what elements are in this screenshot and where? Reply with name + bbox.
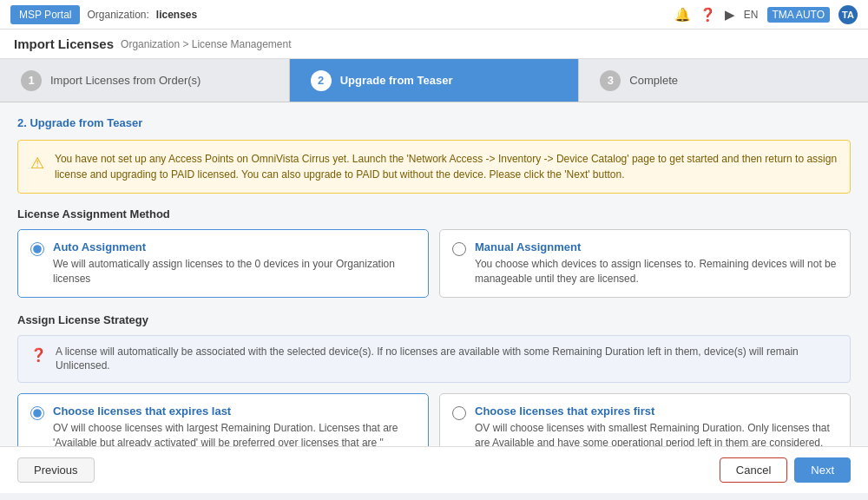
warning-icon: ⚠ xyxy=(30,152,44,182)
strategy-options: Choose licenses that expires last OV wil… xyxy=(17,393,851,446)
bell-icon[interactable]: 🔔 xyxy=(674,7,691,23)
play-icon[interactable]: ▶ xyxy=(725,7,735,23)
manual-assignment-card[interactable]: Manual Assignment You choose which devic… xyxy=(439,229,851,298)
warning-box: ⚠ You have not set up any Access Points … xyxy=(17,140,851,194)
top-navigation: MSP Portal Organization: licenses 🔔 ❓ ▶ … xyxy=(0,0,868,30)
main-content: 2. Upgrade from Teaser ⚠ You have not se… xyxy=(0,102,868,446)
stepper: 1 Import Licenses from Order(s) 2 Upgrad… xyxy=(0,59,868,102)
help-icon[interactable]: ❓ xyxy=(700,7,716,23)
page-header: Import Licenses Organization > License M… xyxy=(0,30,868,59)
step-3: 3 Complete xyxy=(579,59,868,102)
language-selector[interactable]: EN xyxy=(744,9,759,21)
step-3-label: Complete xyxy=(629,74,678,87)
step-1-label: Import Licenses from Order(s) xyxy=(50,74,201,87)
org-name: licenses xyxy=(156,9,197,21)
manual-assignment-radio[interactable] xyxy=(452,242,466,256)
footer: Previous Cancel Next xyxy=(0,446,868,493)
expires-last-card[interactable]: Choose licenses that expires last OV wil… xyxy=(17,393,429,446)
step-2-number: 2 xyxy=(311,70,332,91)
license-assignment-title: License Assignment Method xyxy=(17,207,851,220)
auto-assignment-radio[interactable] xyxy=(30,242,44,256)
warning-text: You have not set up any Access Points on… xyxy=(55,151,838,182)
step-1-number: 1 xyxy=(21,70,42,91)
breadcrumb: Organization > License Management xyxy=(121,38,291,50)
strategy-info-box: ❓ A license will automatically be associ… xyxy=(17,335,851,384)
org-label: Organization: xyxy=(87,9,148,21)
license-assignment-options: Auto Assignment We will automatically as… xyxy=(17,229,851,298)
step-2: 2 Upgrade from Teaser xyxy=(290,59,580,102)
user-name-badge: TMA AUTO xyxy=(767,7,830,23)
strategy-info-text: A license will automatically be associat… xyxy=(56,345,838,374)
manual-assignment-desc: You choose which devices to assign licen… xyxy=(475,257,838,286)
auto-assignment-card[interactable]: Auto Assignment We will automatically as… xyxy=(17,229,429,298)
section-title: 2. Upgrade from Teaser xyxy=(17,116,851,129)
step-2-label: Upgrade from Teaser xyxy=(340,74,453,87)
page-title: Import Licenses xyxy=(14,36,114,51)
manual-assignment-title: Manual Assignment xyxy=(475,240,838,253)
expires-last-desc: OV will choose licenses with largest Rem… xyxy=(53,421,416,446)
expires-first-title: Choose licenses that expires first xyxy=(475,405,838,418)
step-1: 1 Import Licenses from Order(s) xyxy=(0,59,290,102)
expires-first-card[interactable]: Choose licenses that expires first OV wi… xyxy=(439,393,851,446)
expires-last-radio[interactable] xyxy=(30,406,44,420)
cancel-button[interactable]: Cancel xyxy=(720,457,787,483)
expires-first-desc: OV will choose licenses with smallest Re… xyxy=(475,421,838,446)
strategy-title: Assign License Strategy xyxy=(17,313,851,326)
msp-portal-button[interactable]: MSP Portal xyxy=(10,5,80,24)
auto-assignment-title: Auto Assignment xyxy=(53,240,416,253)
previous-button[interactable]: Previous xyxy=(17,457,95,483)
next-button[interactable]: Next xyxy=(794,457,851,483)
info-icon: ❓ xyxy=(30,345,47,364)
user-avatar: TA xyxy=(838,5,858,24)
auto-assignment-desc: We will automatically assign licenses to… xyxy=(53,257,416,286)
step-3-number: 3 xyxy=(600,70,621,91)
expires-last-title: Choose licenses that expires last xyxy=(53,405,416,418)
expires-first-radio[interactable] xyxy=(452,406,466,420)
